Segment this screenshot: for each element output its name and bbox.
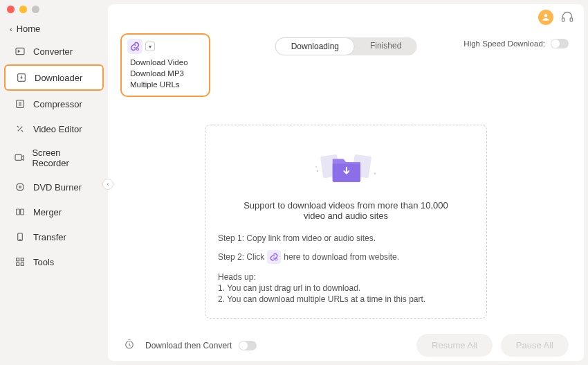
sidebar-collapse-button[interactable]: ‹ xyxy=(102,179,113,190)
sidebar-item-dvd-burner[interactable]: DVD Burner xyxy=(4,175,104,199)
folder-illustration xyxy=(218,142,474,190)
headset-icon[interactable] xyxy=(560,10,574,24)
sidebar-item-converter[interactable]: Converter xyxy=(4,39,104,63)
close-window-button[interactable] xyxy=(7,6,15,13)
tab-downloading[interactable]: Downloading xyxy=(275,37,355,55)
dtc-toggle[interactable] xyxy=(239,341,257,350)
converter-icon xyxy=(14,45,26,57)
svg-rect-10 xyxy=(21,258,24,261)
nav-label: Video Editor xyxy=(33,124,82,134)
high-speed-download-row: High Speed Download: xyxy=(463,39,569,48)
svg-rect-6 xyxy=(17,209,20,215)
dropdown-item-multiple-urls[interactable]: Multiple URLs xyxy=(127,79,203,90)
svg-rect-12 xyxy=(21,262,24,265)
nav-label: Screen Recorder xyxy=(32,148,94,168)
step-2-text-a: Step 2: Click xyxy=(218,252,264,262)
svg-rect-9 xyxy=(17,258,19,261)
hsd-label: High Speed Download: xyxy=(463,39,545,48)
nav-label: Tools xyxy=(33,257,54,267)
svg-rect-15 xyxy=(570,18,572,21)
topbar xyxy=(108,4,584,30)
support-text: Support to download videos from more tha… xyxy=(218,200,474,221)
home-label: Home xyxy=(17,24,41,34)
svg-rect-14 xyxy=(562,18,564,21)
dropdown-item-download-video[interactable]: Download Video xyxy=(127,57,203,68)
step-1-text: Step 1: Copy link from video or audio si… xyxy=(218,233,474,243)
sidebar-item-transfer[interactable]: Transfer xyxy=(4,225,104,249)
empty-state: Support to download videos from more tha… xyxy=(205,125,487,319)
nav-label: Downloader xyxy=(35,73,82,83)
step-2-text-b: here to download from website. xyxy=(284,252,399,262)
svg-rect-7 xyxy=(21,209,24,215)
compressor-icon xyxy=(14,98,26,110)
transfer-icon xyxy=(14,231,26,243)
nav-label: Transfer xyxy=(33,232,66,242)
video-editor-icon xyxy=(14,123,26,135)
merger-icon xyxy=(14,206,26,218)
svg-point-20 xyxy=(374,172,376,175)
svg-rect-11 xyxy=(17,262,19,265)
tools-icon xyxy=(14,256,26,268)
sidebar-item-tools[interactable]: Tools xyxy=(4,250,104,274)
sidebar-item-screen-recorder[interactable]: Screen Recorder xyxy=(4,142,104,174)
timer-icon[interactable] xyxy=(123,338,136,353)
dtc-label: Download then Convert xyxy=(145,341,232,350)
footer: Download then Convert Resume All Pause A… xyxy=(108,326,584,365)
sidebar-item-video-editor[interactable]: Video Editor xyxy=(4,117,104,141)
maximize-window-button[interactable] xyxy=(32,6,39,13)
step-2-row: Step 2: Click here to download from webs… xyxy=(218,250,474,264)
chevron-down-icon[interactable]: ▾ xyxy=(145,42,155,51)
nav-label: Converter xyxy=(33,46,73,57)
window-controls xyxy=(7,6,39,13)
main-panel: ▾ Download Video Download MP3 Multiple U… xyxy=(108,4,584,361)
nav-label: Compressor xyxy=(33,99,82,109)
dvd-burner-icon xyxy=(14,181,26,193)
nav-label: DVD Burner xyxy=(33,182,82,193)
downloader-icon xyxy=(15,71,28,84)
sidebar: ‹ Home Converter Downloader Compressor V… xyxy=(0,0,108,365)
chevron-left-icon: ‹ xyxy=(10,25,12,33)
download-dropdown: ▾ Download Video Download MP3 Multiple U… xyxy=(120,33,210,97)
screen-recorder-icon xyxy=(14,152,25,164)
user-avatar[interactable] xyxy=(538,10,553,25)
note-1: 1. You can just drag url in to download. xyxy=(218,283,474,293)
tabs: Downloading Finished xyxy=(275,37,417,55)
download-then-convert-row: Download then Convert xyxy=(145,341,257,350)
svg-point-5 xyxy=(19,186,21,188)
download-link-icon[interactable] xyxy=(127,39,143,54)
pause-all-button[interactable]: Pause All xyxy=(501,334,569,357)
download-link-icon xyxy=(267,250,281,264)
heads-up-label: Heads up: xyxy=(218,272,474,282)
sidebar-item-compressor[interactable]: Compressor xyxy=(4,92,104,116)
sidebar-item-downloader[interactable]: Downloader xyxy=(4,64,104,91)
svg-point-13 xyxy=(544,14,548,17)
sidebar-item-merger[interactable]: Merger xyxy=(4,200,104,224)
note-2: 2. You can download multiple URLs at a t… xyxy=(218,294,474,304)
svg-point-19 xyxy=(317,170,319,172)
minimize-window-button[interactable] xyxy=(19,6,27,13)
tab-finished[interactable]: Finished xyxy=(355,37,416,55)
nav-label: Merger xyxy=(33,207,62,217)
resume-all-button[interactable]: Resume All xyxy=(416,334,493,357)
home-nav[interactable]: ‹ Home xyxy=(0,19,108,38)
svg-point-4 xyxy=(17,184,24,191)
heads-up-block: Heads up: 1. You can just drag url in to… xyxy=(218,272,474,304)
dropdown-item-download-mp3[interactable]: Download MP3 xyxy=(127,68,203,79)
svg-rect-3 xyxy=(15,154,21,160)
high-speed-toggle[interactable] xyxy=(551,39,569,48)
